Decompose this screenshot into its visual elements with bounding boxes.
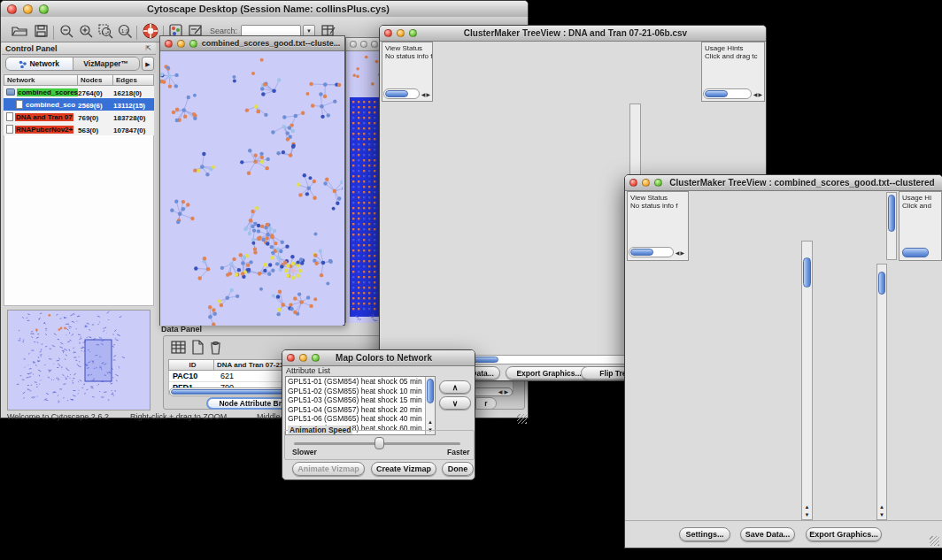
- scrollbar-thumb[interactable]: [888, 195, 895, 232]
- scroll-arrows-icon[interactable]: ◀▶: [674, 247, 685, 257]
- attribute-list-item[interactable]: GPL51-01 (GSM854) heat shock 05 min: [286, 377, 435, 387]
- float-panel-icon[interactable]: ⇱: [145, 44, 156, 52]
- tv2-labels-scrollbar[interactable]: [886, 192, 897, 260]
- network-name-label: RNAPuberNov2+: [15, 126, 73, 134]
- attribute-list-item[interactable]: GPL51-06 (GSM865) heat shock 40 min: [286, 414, 435, 424]
- tv2-export-graphics-button[interactable]: Export Graphics...: [806, 527, 882, 541]
- close-icon[interactable]: [350, 41, 357, 48]
- network-overview-canvas[interactable]: [8, 311, 150, 410]
- move-attribute-down-button[interactable]: ∨: [439, 396, 471, 410]
- zoom-out-icon[interactable]: [58, 23, 76, 39]
- save-icon[interactable]: [34, 23, 50, 39]
- minimize-icon[interactable]: [397, 29, 405, 37]
- tab-overflow-button[interactable]: ▶: [142, 57, 154, 71]
- zoom-in-icon[interactable]: [78, 23, 96, 39]
- network-window-1-titlebar[interactable]: combined_scores_good.txt--cluste...: [160, 36, 344, 51]
- minimize-icon[interactable]: [360, 41, 367, 48]
- scroll-arrows-icon[interactable]: ◀▶: [498, 388, 510, 395]
- control-panel-tabbar: Network VizMapper™ ▶: [2, 55, 156, 73]
- scroll-arrows-icon[interactable]: ◀▶: [420, 88, 431, 99]
- help-lifering-icon[interactable]: [142, 22, 159, 40]
- resize-grip-icon[interactable]: [930, 536, 939, 546]
- zoom-window-icon[interactable]: [39, 4, 49, 14]
- network-overview-panel[interactable]: [7, 310, 151, 410]
- close-icon[interactable]: [629, 179, 637, 187]
- network-view-canvas[interactable]: [160, 51, 343, 326]
- column-header-edges[interactable]: Edges: [113, 74, 154, 86]
- attribute-browser-tab-fragment[interactable]: r: [475, 397, 497, 410]
- zoom-fit-icon[interactable]: 1:1: [117, 23, 135, 39]
- scrollbar-thumb[interactable]: [427, 379, 434, 403]
- tv2-vscrollbar[interactable]: ▲ ▼: [801, 241, 813, 520]
- attribute-list-item[interactable]: GPL51-02 (GSM855) heat shock 10 min: [286, 387, 435, 396]
- close-icon[interactable]: [384, 29, 392, 37]
- tv2-usage-line1: Usage Hi: [902, 194, 941, 202]
- animate-vizmap-button[interactable]: Animate Vizmap: [292, 462, 365, 476]
- scrollbar-thumb[interactable]: [803, 257, 811, 288]
- create-vizmap-button[interactable]: Create Vizmap: [371, 462, 436, 476]
- tv1-usage-scrollbar[interactable]: ◀▶: [703, 88, 763, 99]
- move-attribute-up-button[interactable]: ∧: [439, 380, 471, 394]
- done-button[interactable]: Done: [442, 462, 474, 476]
- attribute-list-item[interactable]: GPL51-03 (GSM856) heat shock 15 min: [286, 395, 435, 405]
- zoom-selected-icon[interactable]: [97, 23, 115, 39]
- tv2-usage-line2: Click and: [902, 202, 941, 210]
- tab-vizmapper[interactable]: VizMapper™: [73, 58, 140, 70]
- attribute-table-icon[interactable]: [170, 339, 188, 356]
- tv2-save-data-button[interactable]: Save Data...: [740, 527, 795, 541]
- close-icon[interactable]: [287, 354, 295, 362]
- tv1-status-scrollbar[interactable]: ◀▶: [383, 88, 431, 99]
- attribute-list-label: Attribute List: [286, 366, 330, 375]
- tab-network[interactable]: Network: [6, 58, 73, 70]
- minimize-icon[interactable]: [177, 40, 185, 48]
- scroll-up-icon[interactable]: ▲: [802, 503, 812, 510]
- tv2-settings-button[interactable]: Settings...: [679, 527, 730, 541]
- network-table-row[interactable]: DNA and Tran 07769(0)183728(0): [4, 111, 154, 123]
- zoom-window-icon[interactable]: [189, 40, 197, 48]
- tv1-export-graphics-button[interactable]: Export Graphics...: [506, 366, 592, 380]
- network-table-row[interactable]: combined_sco2569(6)13112(15): [4, 98, 154, 111]
- scroll-up-icon[interactable]: ▲: [877, 503, 886, 510]
- scrollbar-track[interactable]: [383, 88, 420, 99]
- minimize-icon[interactable]: [23, 4, 33, 14]
- tv2-genelist-scrollbar[interactable]: ▲ ▼: [876, 264, 887, 520]
- slider-thumb[interactable]: [374, 437, 384, 449]
- network-table-row[interactable]: combined_scores_2764(0)16218(0): [4, 86, 154, 98]
- dialog-titlebar[interactable]: Map Colors to Network: [282, 350, 475, 366]
- delete-attribute-icon[interactable]: [209, 339, 223, 356]
- scroll-up-icon[interactable]: ▲: [426, 418, 435, 426]
- treeview1-titlebar[interactable]: ClusterMaker TreeView : DNA and Tran 07-…: [380, 26, 766, 42]
- column-header-id[interactable]: ID: [168, 359, 214, 371]
- scrollbar-thumb[interactable]: [630, 249, 653, 256]
- scrollbar-thumb[interactable]: [705, 90, 728, 97]
- new-attribute-icon[interactable]: [191, 339, 205, 356]
- column-header-nodes[interactable]: Nodes: [78, 74, 113, 86]
- toolbar-separator: [53, 26, 54, 40]
- tv2-status-scrollbar[interactable]: ◀▶: [629, 247, 685, 257]
- attribute-list-scrollbar[interactable]: ▲ ▼: [425, 377, 435, 434]
- network-window-1[interactable]: combined_scores_good.txt--cluste...: [159, 35, 345, 326]
- scrollbar-track[interactable]: [703, 88, 752, 99]
- treeview2-titlebar[interactable]: ClusterMaker TreeView : combined_scores_…: [625, 175, 942, 191]
- scrollbar-track[interactable]: [629, 247, 674, 257]
- close-icon[interactable]: [165, 40, 173, 48]
- scroll-down-icon[interactable]: ▼: [802, 511, 812, 518]
- resize-grip-icon[interactable]: [517, 414, 527, 424]
- zoom-window-icon[interactable]: [409, 29, 417, 37]
- scroll-down-icon[interactable]: ▼: [877, 511, 886, 518]
- scrollbar-thumb[interactable]: [902, 248, 929, 257]
- scrollbar-thumb[interactable]: [385, 90, 408, 97]
- attribute-list-item[interactable]: GPL51-04 (GSM857) heat shock 20 min: [286, 405, 435, 415]
- minimize-icon[interactable]: [299, 354, 307, 362]
- open-folder-icon[interactable]: [11, 23, 28, 39]
- scrollbar-thumb[interactable]: [878, 272, 885, 295]
- main-titlebar[interactable]: Cytoscape Desktop (Session Name: collins…: [1, 1, 528, 18]
- network-table-row[interactable]: RNAPuberNov2+563(0)107847(0): [4, 123, 154, 135]
- scroll-arrows-icon[interactable]: ◀▶: [752, 88, 763, 99]
- zoom-window-icon[interactable]: [312, 354, 320, 362]
- close-icon[interactable]: [7, 4, 17, 14]
- minimize-icon[interactable]: [642, 179, 650, 187]
- zoom-window-icon[interactable]: [371, 41, 378, 48]
- zoom-window-icon[interactable]: [654, 179, 662, 187]
- column-header-network[interactable]: Network: [4, 74, 78, 86]
